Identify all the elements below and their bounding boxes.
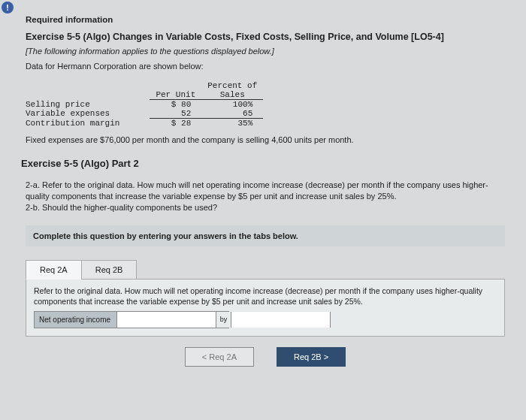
question-text: 2-a. Refer to the original data. How muc… xyxy=(26,180,505,213)
tabs-row: Req 2A Req 2B xyxy=(26,260,505,279)
exercise-title: Exercise 5-5 (Algo) Changes in Variable … xyxy=(26,32,505,42)
required-information-heading: Required information xyxy=(26,15,505,24)
answer-row: Net operating income by xyxy=(34,311,229,329)
col-percent-top: Percent of xyxy=(201,81,263,90)
row-label: Selling price xyxy=(26,100,150,110)
row-pct: 65 xyxy=(201,109,263,119)
table-row: Variable expenses 52 65 xyxy=(26,109,263,119)
col-per-unit xyxy=(150,81,201,90)
prev-req-2a-button[interactable]: < Req 2A xyxy=(185,347,254,367)
table-row: Selling price $ 80 100% xyxy=(26,100,263,110)
question-2b: 2-b. Should the higher-quality component… xyxy=(26,203,217,212)
fixed-expenses-note: Fixed expenses are $76,000 per month and… xyxy=(26,135,505,144)
table-row: Contribution margin $ 28 35% xyxy=(26,119,263,128)
row-pct: 100% xyxy=(201,100,263,110)
next-req-2b-button[interactable]: Req 2B > xyxy=(277,347,346,367)
data-intro: Data for Hermann Corporation are shown b… xyxy=(26,62,505,71)
row-pct: 35% xyxy=(201,119,263,128)
answer-label: Net operating income xyxy=(35,312,117,328)
question-2a: 2-a. Refer to the original data. How muc… xyxy=(26,180,488,201)
col-percent-label: Sales xyxy=(201,90,263,100)
answer-by-label: by xyxy=(216,312,231,328)
col-per-unit-label: Per Unit xyxy=(150,90,201,100)
tab-req-2a[interactable]: Req 2A xyxy=(26,260,82,279)
row-per-unit: 52 xyxy=(150,109,201,119)
data-table: Percent of Per Unit Sales Selling price … xyxy=(26,81,263,128)
row-label: Contribution margin xyxy=(26,119,150,128)
part-title: Exercise 5-5 (Algo) Part 2 xyxy=(21,158,505,169)
row-label: Variable expenses xyxy=(26,109,150,119)
exercise-content: Required information Exercise 5-5 (Algo)… xyxy=(0,0,526,374)
panel-question-text: Refer to the original data. How much wil… xyxy=(34,286,497,307)
complete-instruction-bar: Complete this question by entering your … xyxy=(26,225,505,246)
tab-req-2b[interactable]: Req 2B xyxy=(81,260,138,279)
nav-row: < Req 2A Req 2B > xyxy=(26,347,505,367)
alert-icon: ! xyxy=(2,2,14,14)
row-per-unit: $ 80 xyxy=(150,100,201,110)
noi-amount-input[interactable] xyxy=(117,312,216,328)
noi-by-input[interactable] xyxy=(231,312,331,328)
tab-panel-req-2a: Refer to the original data. How much wil… xyxy=(26,279,505,337)
context-note: [The following information applies to th… xyxy=(26,47,505,56)
row-per-unit: $ 28 xyxy=(150,119,201,128)
